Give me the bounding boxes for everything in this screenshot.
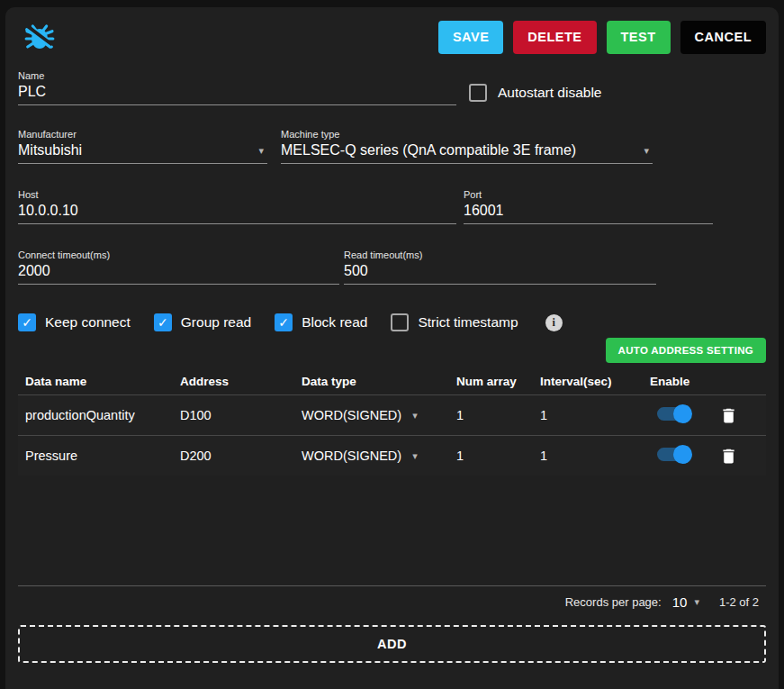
host-value: 10.0.0.10 <box>18 202 456 223</box>
bug-disabled-icon <box>22 19 58 55</box>
cell-data-name[interactable]: Pressure <box>25 449 180 463</box>
toolbar: SAVE DELETE TEST CANCEL <box>18 20 766 54</box>
col-header-data-type: Data type <box>302 375 456 388</box>
chevron-down-icon: ▾ <box>258 145 264 157</box>
manufacturer-value: Mitsubishi <box>18 141 267 163</box>
table-row: Pressure D200 WORD(SIGNED) ▾ 1 1 <box>18 435 766 476</box>
port-label: Port <box>464 189 713 201</box>
data-type-value: WORD(SIGNED) <box>302 408 401 422</box>
delete-button[interactable]: DELETE <box>513 21 596 54</box>
delete-row-button[interactable] <box>719 405 759 426</box>
records-per-page-label: Records per page: <box>565 595 662 609</box>
auto-address-setting-button[interactable]: AUTO ADDRESS SETTING <box>606 338 766 363</box>
port-value: 16001 <box>464 202 713 223</box>
cell-data-name[interactable]: productionQuantity <box>25 408 180 422</box>
cell-address[interactable]: D200 <box>180 449 302 463</box>
manufacturer-select[interactable]: Manufacturer Mitsubishi ▾ <box>18 129 267 164</box>
col-header-num-array: Num array <box>456 375 540 388</box>
plc-settings-dialog: SAVE DELETE TEST CANCEL Name PLC Autosta… <box>5 7 779 689</box>
chevron-down-icon[interactable]: ▾ <box>694 596 699 608</box>
name-label: Name <box>18 70 456 82</box>
group-read-label: Group read <box>181 314 251 331</box>
host-field[interactable]: Host 10.0.0.10 <box>18 189 456 224</box>
block-read-label: Block read <box>302 314 367 331</box>
read-timeout-value: 500 <box>344 262 656 284</box>
connect-timeout-label: Connect timeout(ms) <box>18 249 339 261</box>
data-type-select[interactable]: WORD(SIGNED) ▾ <box>302 408 456 422</box>
strict-timestamp-checkbox[interactable]: Strict timestamp <box>391 313 518 331</box>
read-timeout-field[interactable]: Read timeout(ms) 500 <box>344 249 656 285</box>
name-value: PLC <box>18 83 456 104</box>
col-header-enable: Enable <box>650 375 719 388</box>
connect-timeout-value: 2000 <box>18 262 339 284</box>
cell-num-array[interactable]: 1 <box>456 449 540 463</box>
name-field[interactable]: Name PLC <box>18 70 456 105</box>
save-button[interactable]: SAVE <box>438 21 503 54</box>
pagination-range: 1-2 of 2 <box>719 595 759 609</box>
checkbox-unchecked-icon[interactable] <box>469 84 487 102</box>
cell-address[interactable]: D100 <box>180 408 302 422</box>
host-label: Host <box>18 189 456 201</box>
cell-interval[interactable]: 1 <box>540 449 650 463</box>
chevron-down-icon: ▾ <box>644 145 649 157</box>
port-field[interactable]: Port 16001 <box>464 189 713 224</box>
toolbar-buttons: SAVE DELETE TEST CANCEL <box>438 21 766 54</box>
manufacturer-label: Manufacturer <box>18 129 267 141</box>
trash-icon <box>719 446 738 467</box>
data-type-value: WORD(SIGNED) <box>302 449 401 463</box>
table-row: productionQuantity D100 WORD(SIGNED) ▾ 1… <box>18 394 766 435</box>
col-header-data-name: Data name <box>25 375 180 388</box>
data-type-select[interactable]: WORD(SIGNED) ▾ <box>302 449 456 463</box>
keep-connect-checkbox[interactable]: ✓ Keep connect <box>18 313 131 331</box>
keep-connect-label: Keep connect <box>45 314 131 331</box>
table-footer: Records per page: 10 ▾ 1-2 of 2 <box>18 585 766 618</box>
enable-toggle-on[interactable] <box>657 407 689 421</box>
autostart-disable-checkbox[interactable]: Autostart disable <box>469 84 601 105</box>
machine-type-label: Machine type <box>281 129 653 141</box>
trash-icon <box>719 405 738 426</box>
checkbox-unchecked-icon[interactable] <box>391 313 409 331</box>
strict-timestamp-label: Strict timestamp <box>418 314 518 331</box>
table-header-row: Data name Address Data type Num array In… <box>18 367 766 394</box>
chevron-down-icon: ▾ <box>412 410 418 422</box>
block-read-checkbox[interactable]: ✓ Block read <box>275 313 367 331</box>
add-row-button[interactable]: ADD <box>18 625 766 663</box>
group-read-checkbox[interactable]: ✓ Group read <box>154 313 251 331</box>
checkbox-checked-icon[interactable]: ✓ <box>154 313 172 331</box>
cell-interval[interactable]: 1 <box>540 408 650 422</box>
machine-type-select[interactable]: Machine type MELSEC-Q series (QnA compat… <box>281 129 653 164</box>
test-button[interactable]: TEST <box>607 21 671 54</box>
options-row: ✓ Keep connect ✓ Group read ✓ Block read… <box>18 312 766 333</box>
read-timeout-label: Read timeout(ms) <box>344 249 656 261</box>
autostart-disable-label: Autostart disable <box>498 85 601 101</box>
col-header-address: Address <box>180 375 302 388</box>
cancel-button[interactable]: CANCEL <box>680 21 766 54</box>
checkbox-checked-icon[interactable]: ✓ <box>18 313 36 331</box>
delete-row-button[interactable] <box>719 446 759 467</box>
records-per-page-select[interactable]: 10 <box>672 594 688 610</box>
col-header-interval: Interval(sec) <box>540 375 650 388</box>
cell-num-array[interactable]: 1 <box>456 408 540 422</box>
data-table: Data name Address Data type Num array In… <box>18 367 766 618</box>
enable-toggle-on[interactable] <box>657 448 689 461</box>
checkbox-checked-icon[interactable]: ✓ <box>275 313 293 331</box>
connect-timeout-field[interactable]: Connect timeout(ms) 2000 <box>18 249 339 285</box>
machine-type-value: MELSEC-Q series (QnA compatible 3E frame… <box>281 141 653 163</box>
info-icon[interactable]: i <box>545 314 563 331</box>
chevron-down-icon: ▾ <box>412 450 418 462</box>
